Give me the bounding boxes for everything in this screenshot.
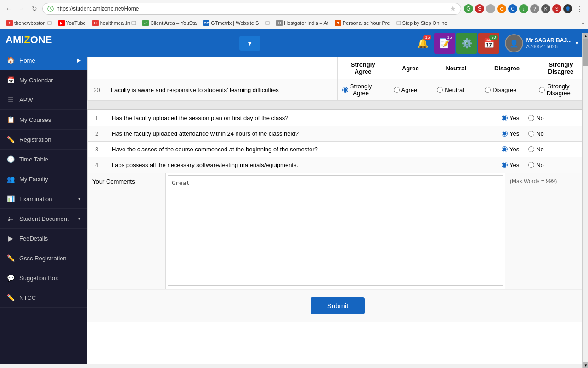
bookmark-icon-youtube: ▶ [58,20,65,26]
refresh-button[interactable]: ↻ [29,4,40,14]
extension-icon-6[interactable]: ↓ [519,4,528,13]
yn-table: 1 Has the faculty uploaded the session p… [87,110,588,173]
col-agree-header: Agree [389,58,432,79]
yn-yes-4[interactable]: Yes [502,161,519,168]
option-strongly-disagree[interactable]: StronglyDisagree [534,79,588,101]
star-icon[interactable] [450,6,456,12]
extension-icon-8[interactable]: K [541,4,550,13]
bookmark-client[interactable]: ✓ Client Area – YouSta [140,19,199,27]
radio-agree-input[interactable] [394,87,400,93]
yn-yes-3[interactable]: Yes [502,146,519,153]
extension-icon-7[interactable]: ? [530,4,539,13]
sidebar-item-gssc[interactable]: ✏️ Gssc Registration [0,248,87,268]
scroll-up-button[interactable]: ▲ [583,33,588,39]
option-strongly-agree[interactable]: StronglyAgree [337,79,389,101]
scroll-down-button[interactable]: ▼ [583,362,588,364]
menu-button[interactable]: ⋮ [574,4,584,14]
sidebar-item-examination[interactable]: 📊 Examination ▾ [0,189,87,209]
extension-icon-10[interactable]: 👤 [563,4,572,13]
apw-icon: ☰ [6,96,15,104]
comments-textarea[interactable]: Great [168,175,503,286]
extension-icon-3[interactable] [486,4,495,13]
note-button[interactable]: 📝 15 [434,33,455,54]
yn-num-4: 4 [88,157,106,173]
scroll-thumb[interactable] [583,39,588,66]
bookmark-personalise[interactable]: ▼ Personalise Your Pre [332,19,393,27]
yn-no-radio-1[interactable] [528,115,534,121]
note-badge: 15 [445,34,453,40]
extension-icon-5[interactable]: C [508,4,517,13]
bell-button[interactable]: 🔔 15 [412,33,433,54]
main-area: ▼ 🔔 15 📝 15 ⚙️ 📅 20 [87,29,588,364]
header-dropdown-button[interactable]: ▼ [239,36,260,51]
bookmark-gtmetrix[interactable]: GT GTmetrix | Website S [200,19,261,27]
sidebar-item-registration[interactable]: ✏️ Registration [0,130,87,150]
yn-no-4[interactable]: No [528,161,544,168]
yn-yes-radio-2[interactable] [502,131,508,137]
sidebar-item-home[interactable]: 🏠 Home ▶ [0,51,87,70]
col-strongly-disagree-header: StronglyDisagree [534,58,588,79]
yn-yes-radio-3[interactable] [502,146,508,152]
survey-table: StronglyAgree Agree Neutral Disagree Str… [87,57,588,101]
more-bookmarks[interactable]: » [582,20,584,26]
scrollbar[interactable]: ▲ ▼ [582,33,588,364]
svg-rect-3 [266,21,269,25]
address-bar[interactable]: https://student.amizone.net/Home [42,3,461,15]
option-neutral[interactable]: Neutral [432,79,480,101]
yn-yes-radio-1[interactable] [502,115,508,121]
yn-no-1[interactable]: No [528,115,544,121]
student-doc-icon: 🏷 [6,214,15,223]
yn-no-radio-2[interactable] [528,131,534,137]
radio-disagree[interactable]: Disagree [485,86,529,93]
bookmark-thenewboston[interactable]: t thenewboston [4,19,55,27]
sidebar-item-apw[interactable]: ☰ APW [0,90,87,110]
faculty-icon: 👥 [6,175,15,183]
sidebar-item-ntcc[interactable]: ✏️ NTCC [0,288,87,308]
radio-strongly-disagree[interactable]: StronglyDisagree [539,83,583,97]
yn-question-2: Has the faculty uploaded attendance with… [106,126,496,142]
radio-neutral-input[interactable] [437,87,443,93]
yn-no-2[interactable]: No [528,130,544,137]
yn-yes-1[interactable]: Yes [502,115,519,121]
extension-icon-4[interactable]: ⊕ [497,4,506,13]
sidebar-item-my-faculty[interactable]: 👥 My Faculty [0,169,87,189]
sidebar-item-suggestion[interactable]: 💬 Suggetion Box [0,268,87,288]
radio-strongly-agree-input[interactable] [342,87,348,93]
extension-icon-1[interactable]: G [464,4,473,13]
submit-button[interactable]: Submit [311,297,365,314]
user-dropdown-arrow[interactable]: ▼ [574,40,580,46]
section-divider [87,101,588,110]
back-button[interactable]: ← [4,4,14,14]
yn-no-3[interactable]: No [528,146,544,153]
forward-button[interactable]: → [17,4,27,14]
radio-neutral[interactable]: Neutral [437,86,475,93]
user-area[interactable]: 👤 Mr SAGAR BAJ... A7605415026 ▼ [500,32,584,54]
yn-row-2: 2 Has the faculty uploaded attendance wi… [88,126,588,142]
sidebar-item-student-document[interactable]: 🏷 Student Document ▾ [0,209,87,229]
yn-no-radio-3[interactable] [528,146,534,152]
sidebar-item-my-calendar[interactable]: 📅 My Calendar [0,70,87,90]
radio-agree[interactable]: Agree [394,86,428,93]
sidebar-item-fee-details[interactable]: ▶ FeeDetails [0,229,87,248]
sidebar-label-my-courses: My Courses [19,116,51,123]
radio-strongly-agree[interactable]: StronglyAgree [342,83,384,97]
bookmark-stepbystep[interactable]: Step by Step Online [394,19,450,27]
option-agree[interactable]: Agree [389,79,432,101]
calendar-button[interactable]: 📅 20 [478,33,499,54]
settings-button[interactable]: ⚙️ [456,33,477,54]
bookmark-hostgator[interactable]: H Hostgator India – Af [273,19,331,27]
sidebar-item-my-courses[interactable]: 📋 My Courses [0,110,87,130]
extension-icon-2[interactable]: S [475,4,484,13]
bookmark-file-icon [47,21,52,25]
yn-no-radio-4[interactable] [528,162,534,168]
svg-rect-4 [397,21,401,25]
bookmark-youtube[interactable]: ▶ YouTube [56,19,89,27]
radio-strongly-disagree-input[interactable] [539,87,545,93]
bookmark-healthmeal[interactable]: H healthmeal.in [90,19,139,27]
option-disagree[interactable]: Disagree [480,79,534,101]
extension-icon-9[interactable]: S [552,4,561,13]
yn-yes-radio-4[interactable] [502,162,508,168]
sidebar-item-time-table[interactable]: 🕐 Time Table [0,150,87,169]
radio-disagree-input[interactable] [485,87,491,93]
yn-yes-2[interactable]: Yes [502,130,519,137]
